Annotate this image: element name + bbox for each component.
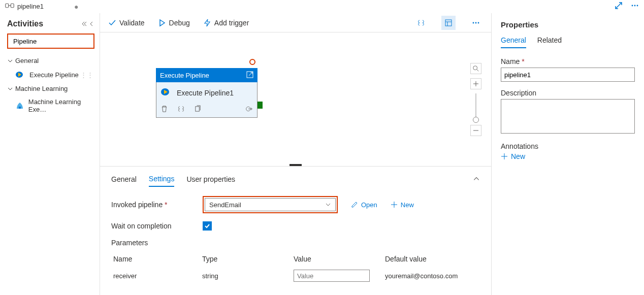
svg-point-9 bbox=[473, 22, 474, 23]
new-annotation-button[interactable]: New bbox=[501, 152, 635, 160]
node-validation-indicator bbox=[249, 59, 255, 65]
plus-icon bbox=[391, 201, 398, 208]
zoom-controls bbox=[470, 63, 482, 136]
category-general[interactable]: General bbox=[7, 54, 94, 68]
code-view-button[interactable] bbox=[414, 16, 428, 30]
activity-code-button[interactable] bbox=[177, 105, 185, 114]
delete-activity-button[interactable] bbox=[160, 105, 168, 114]
param-value-input[interactable] bbox=[294, 270, 370, 282]
category-label: General bbox=[15, 57, 39, 64]
col-default: Default value bbox=[385, 255, 478, 263]
node-name: Execute Pipeline1 bbox=[177, 89, 234, 97]
tab-user-properties[interactable]: User properties bbox=[186, 172, 235, 186]
activities-search[interactable] bbox=[7, 34, 94, 49]
play-icon bbox=[158, 19, 166, 27]
activities-search-input[interactable] bbox=[13, 38, 99, 45]
svg-rect-1 bbox=[11, 4, 14, 8]
check-icon bbox=[108, 19, 116, 27]
clone-activity-button[interactable] bbox=[194, 105, 202, 114]
plus-icon bbox=[501, 153, 508, 160]
fit-to-screen-button[interactable] bbox=[470, 63, 481, 74]
svg-point-2 bbox=[632, 5, 633, 7]
wait-on-completion-checkbox[interactable] bbox=[203, 221, 212, 231]
activity-label: Machine Learning Exe… bbox=[28, 98, 93, 113]
svg-rect-8 bbox=[445, 20, 452, 26]
collapse-panel-button[interactable] bbox=[473, 175, 480, 184]
properties-panel: Properties General Related Name * Descri… bbox=[492, 13, 644, 295]
param-default: youremail@contoso.com bbox=[385, 272, 478, 280]
svg-point-10 bbox=[475, 22, 477, 23]
zoom-slider-track[interactable] bbox=[475, 93, 476, 121]
svg-point-3 bbox=[634, 5, 636, 7]
svg-rect-14 bbox=[196, 107, 200, 111]
svg-point-11 bbox=[478, 22, 479, 23]
activities-heading: Activities bbox=[7, 19, 43, 28]
zoom-in-button[interactable] bbox=[470, 78, 481, 89]
node-type-label: Execute Pipeline bbox=[160, 72, 209, 79]
node-success-port[interactable] bbox=[257, 102, 263, 109]
tab-title: pipeline1 bbox=[17, 3, 44, 10]
properties-tab-general[interactable]: General bbox=[501, 36, 526, 48]
pipeline-canvas[interactable]: Execute Pipeline Execute Pipeline1 bbox=[100, 32, 491, 166]
expand-button[interactable] bbox=[615, 2, 623, 11]
param-name: receiver bbox=[113, 272, 202, 280]
wait-on-completion-label: Wait on completion bbox=[111, 222, 203, 230]
properties-toggle-button[interactable] bbox=[441, 16, 456, 30]
activity-ml-execute[interactable]: Machine Learning Exe… bbox=[7, 95, 94, 116]
activity-label: Execute Pipeline bbox=[29, 71, 79, 79]
activity-output-button[interactable] bbox=[245, 105, 253, 114]
open-activity-icon[interactable] bbox=[246, 71, 253, 80]
activities-sidebar: Activities General Execute Pipeline ⋮⋮ M… bbox=[0, 13, 100, 295]
new-pipeline-button[interactable]: New bbox=[391, 201, 414, 209]
invoked-pipeline-select[interactable]: SendEmail bbox=[205, 198, 336, 211]
zoom-out-button[interactable] bbox=[470, 125, 481, 136]
tab-settings[interactable]: Settings bbox=[149, 172, 175, 187]
open-pipeline-button[interactable]: Open bbox=[351, 201, 377, 209]
validate-button[interactable]: Validate bbox=[108, 19, 145, 27]
trigger-icon bbox=[203, 19, 211, 27]
add-trigger-button[interactable]: Add trigger bbox=[203, 19, 249, 27]
svg-point-16 bbox=[473, 66, 477, 70]
svg-rect-7 bbox=[19, 107, 21, 109]
sidebar-collapse-button[interactable] bbox=[81, 21, 94, 27]
col-name: Name bbox=[113, 255, 202, 263]
toolbar-more-button[interactable] bbox=[469, 16, 483, 30]
activity-settings-panel: General Settings User properties Invoked… bbox=[100, 166, 491, 295]
ml-icon bbox=[15, 101, 25, 110]
panel-resize-handle[interactable] bbox=[289, 164, 302, 166]
description-label: Description bbox=[501, 89, 635, 97]
col-value: Value bbox=[294, 255, 385, 263]
drag-grip-icon: ⋮⋮ bbox=[80, 71, 93, 79]
svg-point-4 bbox=[637, 5, 638, 7]
execute-pipeline-icon bbox=[160, 87, 173, 98]
svg-rect-0 bbox=[6, 4, 9, 8]
tab-more-button[interactable] bbox=[631, 2, 639, 11]
name-label: Name * bbox=[501, 57, 635, 65]
param-type: string bbox=[202, 272, 294, 280]
parameters-table: Name Type Value Default value receiver s… bbox=[111, 252, 480, 285]
chevron-down-icon bbox=[7, 58, 13, 64]
annotations-label: Annotations bbox=[501, 142, 635, 150]
properties-tab-related[interactable]: Related bbox=[537, 36, 562, 48]
properties-heading: Properties bbox=[501, 20, 635, 29]
category-machine-learning[interactable]: Machine Learning bbox=[7, 82, 94, 95]
activity-node[interactable]: Execute Pipeline Execute Pipeline1 bbox=[156, 68, 257, 118]
invoked-pipeline-label: Invoked pipeline * bbox=[111, 201, 203, 209]
tab-dirty-indicator: ● bbox=[74, 3, 78, 11]
tab-general[interactable]: General bbox=[111, 172, 137, 186]
edit-icon bbox=[351, 201, 358, 208]
debug-button[interactable]: Debug bbox=[158, 19, 190, 27]
pipeline-description-input[interactable] bbox=[501, 99, 635, 134]
category-label: Machine Learning bbox=[15, 85, 68, 92]
chevron-down-icon bbox=[325, 202, 331, 208]
pipeline-toolbar: Validate Debug Add trigger bbox=[100, 13, 491, 32]
parameters-heading: Parameters bbox=[111, 239, 480, 247]
table-row: receiver string youremail@contoso.com bbox=[111, 267, 480, 285]
check-icon bbox=[204, 223, 210, 229]
chevron-down-icon bbox=[7, 86, 13, 92]
col-type: Type bbox=[202, 255, 294, 263]
activity-execute-pipeline[interactable]: Execute Pipeline ⋮⋮ bbox=[7, 68, 94, 82]
pipeline-icon bbox=[5, 2, 14, 11]
zoom-slider-handle[interactable] bbox=[473, 117, 479, 123]
pipeline-name-input[interactable] bbox=[501, 68, 635, 82]
